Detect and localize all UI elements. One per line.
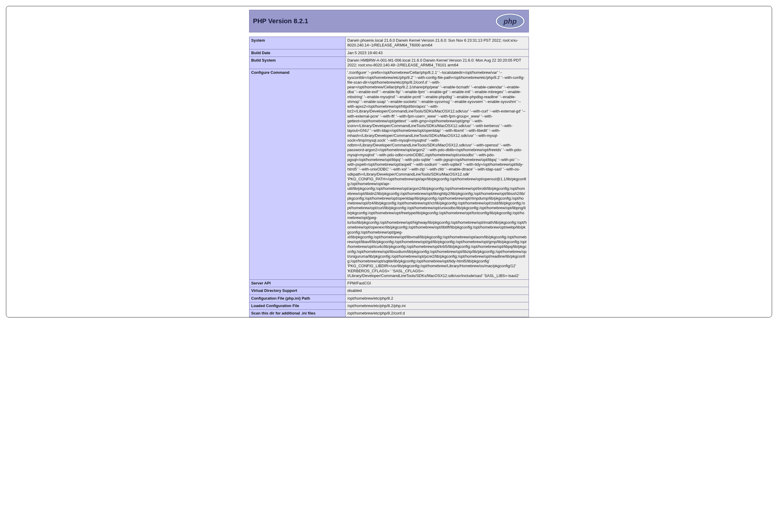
table-cell-value: disabled: [345, 287, 529, 294]
table-cell-value: Darwin phoenix.local 21.6.0 Darwin Kerne…: [345, 37, 529, 50]
table-cell-value: Darwin HMBRW-A-001-M1-006.local 21.6.0 D…: [345, 57, 529, 69]
table-cell-key: Virtual Directory Support: [249, 287, 345, 294]
table-cell-key: Configure Command: [249, 69, 345, 280]
table-cell-key: Scan this dir for additional .ini files: [249, 310, 345, 317]
table-cell-key: Loaded Configuration File: [249, 302, 345, 309]
phpinfo-header: PHP Version 8.2.1 php: [249, 10, 529, 32]
table-row: Build SystemDarwin HMBRW-A-001-M1-006.lo…: [249, 57, 529, 69]
table-row: Loaded Configuration File/opt/homebrew/e…: [249, 302, 529, 309]
table-row: Configuration File (php.ini) Path/opt/ho…: [249, 294, 529, 302]
table-cell-key: Build System: [249, 57, 345, 69]
phpinfo-table: SystemDarwin phoenix.local 21.6.0 Darwin…: [249, 36, 529, 317]
svg-text:php: php: [503, 17, 517, 25]
table-row: SystemDarwin phoenix.local 21.6.0 Darwin…: [249, 37, 529, 50]
php-logo-icon: php: [495, 13, 525, 29]
table-cell-value: /opt/homebrew/etc/php/8.2/php.ini: [345, 302, 529, 309]
table-cell-key: Build Date: [249, 49, 345, 57]
table-row: Server APIFPM/FastCGI: [249, 280, 529, 287]
page-title: PHP Version 8.2.1: [253, 17, 308, 25]
table-row: Build DateJan 5 2023 19:40:43: [249, 49, 529, 57]
table-cell-value: /opt/homebrew/etc/php/8.2: [345, 294, 529, 302]
table-cell-value: './configure' '--prefix=/opt/homebrew/Ce…: [345, 69, 529, 280]
table-cell-key: System: [249, 37, 345, 50]
phpinfo-page: PHP Version 8.2.1 php SystemDarwin phoen…: [249, 10, 529, 317]
window-frame: PHP Version 8.2.1 php SystemDarwin phoen…: [6, 6, 772, 318]
table-row: Virtual Directory Supportdisabled: [249, 287, 529, 294]
table-cell-key: Server API: [249, 280, 345, 287]
phpinfo-table-body: SystemDarwin phoenix.local 21.6.0 Darwin…: [249, 37, 529, 317]
table-cell-value: /opt/homebrew/etc/php/8.2/conf.d: [345, 310, 529, 317]
table-cell-key: Configuration File (php.ini) Path: [249, 294, 345, 302]
table-row: Configure Command'./configure' '--prefix…: [249, 69, 529, 280]
table-cell-value: FPM/FastCGI: [345, 280, 529, 287]
table-row: Scan this dir for additional .ini files/…: [249, 310, 529, 317]
table-cell-value: Jan 5 2023 19:40:43: [345, 49, 529, 57]
